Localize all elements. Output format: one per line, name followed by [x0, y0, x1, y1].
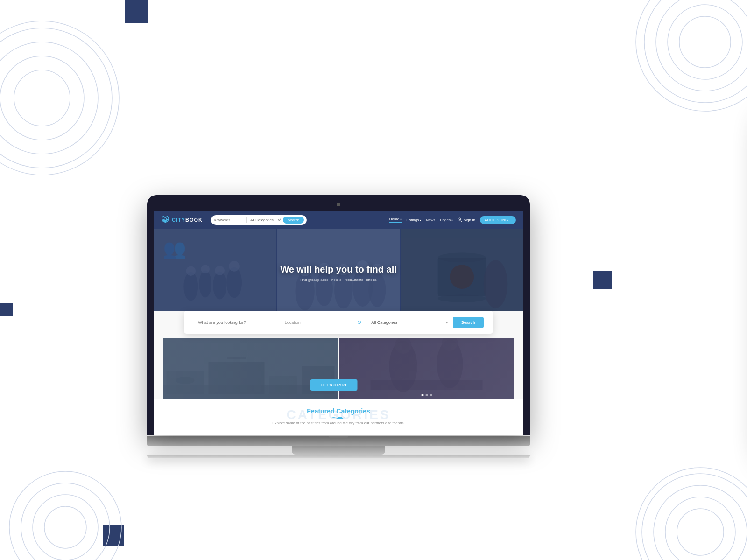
- laptop-body: CITYBOOK All Categories Search: [147, 195, 530, 435]
- header-search-button[interactable]: Search: [283, 217, 304, 224]
- laptop-search-button[interactable]: Search: [453, 317, 484, 328]
- dot-3: [430, 394, 432, 396]
- site-header: CITYBOOK All Categories Search: [154, 211, 523, 229]
- nav-home[interactable]: Home ▾: [389, 217, 402, 223]
- laptop-hero: We will help you to find all Find great …: [154, 229, 523, 317]
- header-search-bar[interactable]: All Categories Search: [211, 215, 307, 225]
- laptop-device: CITYBOOK All Categories Search: [147, 195, 530, 458]
- lets-start-button[interactable]: LET'S START: [310, 379, 358, 391]
- header-category-label: All Categories: [248, 218, 275, 222]
- location-pin-icon: ⊕: [357, 319, 361, 325]
- laptop-category-select[interactable]: All Categories ▾: [366, 317, 453, 328]
- laptop-hero-subtitle: Find great places , hotels , restaurants…: [300, 278, 377, 282]
- dot-2: [425, 394, 428, 396]
- search-divider: [246, 217, 247, 223]
- categories-section: CATEGORIES Featured Categories Explore s…: [154, 399, 523, 434]
- site-nav: Home ▾ Listings ▾ News Pages ▾: [389, 216, 516, 224]
- nav-signin[interactable]: Sign In: [458, 217, 475, 222]
- header-keyword-input[interactable]: [214, 218, 244, 222]
- laptop-base-bar: [147, 436, 530, 446]
- add-listing-button[interactable]: ADD LISTING +: [480, 216, 516, 224]
- nav-pages[interactable]: Pages ▾: [440, 218, 453, 222]
- hero-text-overlay: We will help you to find all Find great …: [154, 229, 523, 317]
- logo-text: CITYBOOK: [172, 217, 203, 223]
- svg-point-23: [459, 218, 461, 220]
- laptop-bottom: [147, 446, 530, 455]
- signin-icon: [458, 217, 462, 222]
- category-arrow-icon: [277, 218, 281, 222]
- laptop-keyword-input[interactable]: [193, 317, 280, 328]
- nav-news[interactable]: News: [426, 218, 435, 222]
- laptop-camera: [337, 203, 340, 206]
- site-logo: CITYBOOK: [161, 216, 203, 224]
- photo-strip: LET'S START: [163, 338, 514, 399]
- laptop-foot: [147, 455, 530, 458]
- photo-overlay-2: [339, 338, 514, 399]
- nav-listings[interactable]: Listings ▾: [406, 218, 421, 222]
- laptop-screen: CITYBOOK All Categories Search: [154, 211, 523, 435]
- cat-dropdown-arrow: ▾: [446, 320, 448, 325]
- people-cafe-photo: [339, 338, 514, 399]
- slide-dots: [421, 394, 432, 396]
- categories-title: Featured Categories: [163, 407, 514, 415]
- laptop-location-input[interactable]: Location ⊕: [280, 316, 367, 328]
- logo-pin-icon: [161, 216, 169, 224]
- laptop-hero-title: We will help you to find all: [280, 264, 397, 275]
- laptop-search-bar: Location ⊕ All Categories ▾ Search: [184, 311, 493, 334]
- dot-1: [421, 394, 423, 396]
- laptop-stand: [292, 446, 385, 455]
- svg-point-22: [164, 218, 166, 220]
